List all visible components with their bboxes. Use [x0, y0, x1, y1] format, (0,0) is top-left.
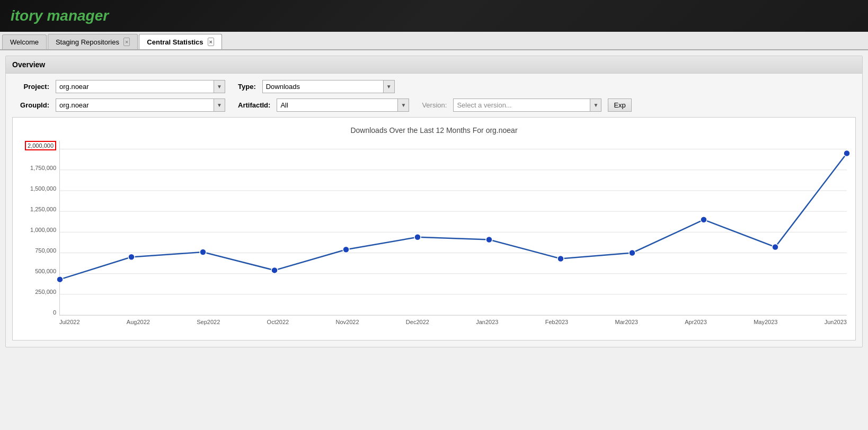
x-label-8: Mar2023 — [615, 319, 637, 325]
panel-header: Overview — [6, 56, 862, 74]
svg-point-15 — [486, 236, 492, 243]
project-label: Project: — [12, 83, 49, 91]
svg-point-10 — [128, 254, 135, 260]
groupid-row: GroupId: org.noear ▼ ArtifactId: All ▼ V… — [12, 98, 856, 112]
svg-point-11 — [200, 249, 206, 255]
x-label-9: Apr2023 — [685, 319, 707, 325]
project-dropdown-arrow[interactable]: ▼ — [214, 80, 225, 93]
chart-container: Downloads Over the Last 12 Months For or… — [12, 117, 856, 341]
y-label-4: 1,000,000 — [30, 227, 56, 233]
tab-close-central-stats[interactable]: × — [208, 38, 214, 46]
chart-svg — [60, 141, 847, 315]
artifactid-label: ArtifactId: — [238, 101, 270, 109]
y-label-2: 1,500,000 — [30, 185, 56, 192]
svg-point-13 — [343, 246, 349, 253]
tabs-bar: WelcomeStaging Repositories×Central Stat… — [0, 32, 868, 50]
x-label-11: Jun2023 — [825, 319, 847, 325]
x-axis-labels: Jul2022Aug2022Sep2022Oct2022Nov2022Dec20… — [59, 317, 847, 332]
type-label: Type: — [238, 83, 256, 91]
x-label-1: Aug2022 — [127, 319, 150, 325]
tab-staging[interactable]: Staging Repositories× — [48, 34, 138, 49]
main-content: Overview Project: org.noear ▼ Type: Down… — [0, 50, 868, 430]
tab-label-staging: Staging Repositories — [56, 38, 119, 46]
x-label-7: Feb2023 — [545, 319, 568, 325]
svg-point-16 — [557, 255, 564, 262]
app-title: itory manager — [11, 7, 109, 24]
type-value: Downloads — [266, 83, 379, 91]
svg-point-18 — [701, 217, 707, 223]
groupid-value: org.noear — [59, 101, 209, 109]
panel-body: Project: org.noear ▼ Type: Downloads ▼ G… — [6, 74, 862, 347]
y-label-0: 2,000,000 — [25, 141, 56, 150]
artifactid-select[interactable]: All ▼ — [277, 98, 409, 112]
groupid-label: GroupId: — [12, 101, 49, 109]
overview-panel: Overview Project: org.noear ▼ Type: Down… — [5, 56, 863, 347]
x-label-0: Jul2022 — [59, 319, 80, 325]
svg-point-9 — [57, 276, 63, 283]
svg-point-17 — [629, 250, 635, 256]
svg-point-12 — [271, 267, 278, 273]
y-label-3: 1,250,000 — [30, 206, 56, 212]
project-select[interactable]: org.noear ▼ — [56, 80, 225, 93]
x-label-4: Nov2022 — [335, 319, 359, 325]
y-axis-labels: 2,000,0001,750,0001,500,0001,250,0001,00… — [21, 141, 59, 316]
chart-inner — [59, 141, 847, 316]
x-label-6: Jan2023 — [476, 319, 498, 325]
y-label-5: 750,000 — [35, 247, 56, 254]
artifactid-value: All — [280, 101, 393, 109]
tab-welcome[interactable]: Welcome — [2, 34, 47, 49]
artifactid-dropdown-arrow[interactable]: ▼ — [397, 99, 409, 111]
chart-area: 2,000,0001,750,0001,500,0001,250,0001,00… — [21, 141, 847, 332]
x-label-5: Dec2022 — [406, 319, 429, 325]
svg-point-14 — [414, 234, 421, 240]
tab-label-welcome: Welcome — [10, 38, 39, 46]
chart-title: Downloads Over the Last 12 Months For or… — [21, 126, 847, 135]
tab-central-stats[interactable]: Central Statistics× — [139, 34, 222, 49]
y-label-7: 250,000 — [35, 289, 56, 295]
export-button[interactable]: Exp — [608, 98, 631, 112]
svg-point-20 — [844, 150, 850, 157]
title-bar: itory manager — [0, 0, 868, 32]
x-label-10: May2023 — [754, 319, 777, 325]
tab-close-staging[interactable]: × — [123, 38, 130, 46]
type-select[interactable]: Downloads ▼ — [262, 80, 395, 93]
y-label-6: 500,000 — [35, 268, 56, 274]
version-label: Version: — [422, 101, 447, 109]
project-value: org.noear — [59, 83, 209, 91]
groupid-dropdown-arrow[interactable]: ▼ — [214, 99, 225, 111]
project-row: Project: org.noear ▼ Type: Downloads ▼ — [12, 80, 856, 93]
x-label-2: Sep2022 — [197, 319, 220, 325]
type-dropdown-arrow[interactable]: ▼ — [383, 80, 394, 93]
version-select[interactable]: Select a version... ▼ — [453, 98, 601, 112]
version-placeholder: Select a version... — [457, 101, 586, 109]
y-label-1: 1,750,000 — [30, 165, 56, 171]
y-label-8: 0 — [53, 309, 56, 316]
svg-point-19 — [772, 244, 778, 250]
groupid-select[interactable]: org.noear ▼ — [56, 98, 225, 112]
tab-label-central-stats: Central Statistics — [147, 38, 203, 46]
x-label-3: Oct2022 — [267, 319, 289, 325]
version-dropdown-arrow[interactable]: ▼ — [590, 99, 601, 111]
